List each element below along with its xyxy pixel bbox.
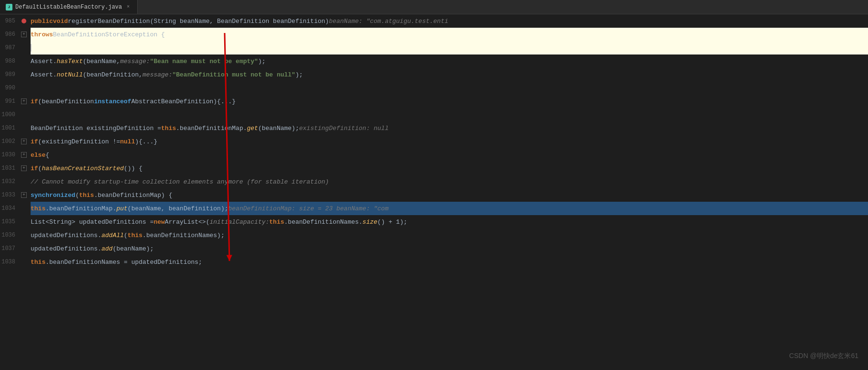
- line-number: 1036: [0, 232, 19, 239]
- token-normal: AbstractBeanDefinition): [131, 98, 217, 105]
- token-string: "BeanDefinition must not be null": [172, 71, 295, 78]
- token-kw: this: [31, 259, 45, 266]
- line-number: 991: [0, 98, 19, 105]
- token-normal: (beanName);: [258, 125, 299, 132]
- token-method: size: [362, 218, 377, 226]
- token-normal: updatedDefinitions.: [31, 245, 101, 252]
- token-method: addAll: [101, 232, 124, 239]
- code-line: public void registerBeanDefinition(Strin…: [31, 14, 868, 28]
- line-number: 1030: [0, 152, 19, 158]
- token-kw: this: [161, 125, 176, 132]
- token-method: get: [247, 125, 258, 132]
- code-line: throws BeanDefinitionStoreException {: [31, 28, 868, 41]
- gutter-row: 1031+: [0, 162, 29, 175]
- line-number: 987: [0, 44, 19, 51]
- gutter-icons: +: [19, 32, 29, 37]
- token-kw-blue: instanceof: [94, 98, 131, 105]
- gutter-row: 1034: [0, 202, 29, 215]
- fold-icon[interactable]: +: [21, 98, 27, 104]
- token-normal: (beanName,: [83, 58, 120, 65]
- fold-icon[interactable]: +: [21, 32, 27, 37]
- token-kw: this: [128, 232, 142, 239]
- tab-filename: DefaultListableBeanFactory.java: [15, 4, 122, 11]
- gutter-icons: +: [19, 152, 29, 158]
- gutter-row: 1000: [0, 108, 29, 121]
- token-param-hint: message:: [142, 71, 172, 78]
- code-line: BeanDefinition existingDefinition = this…: [31, 121, 868, 135]
- fold-icon[interactable]: +: [21, 192, 27, 198]
- fold-icon[interactable]: +: [21, 152, 27, 158]
- token-hint: beanName: "com.atguigu.test.enti: [329, 18, 448, 25]
- token-kw: if: [31, 165, 38, 172]
- code-line: Assert.notNull(beanDefinition, message: …: [31, 68, 868, 81]
- line-number: 1002: [0, 138, 19, 145]
- fold-icon[interactable]: +: [21, 165, 27, 171]
- token-kw: public: [31, 18, 53, 25]
- code-line: this.beanDefinitionNames = updatedDefini…: [31, 255, 868, 269]
- line-number: 1035: [0, 218, 19, 225]
- token-normal: ()) {: [124, 165, 142, 172]
- token-kw: this: [269, 218, 284, 226]
- line-number: 988: [0, 58, 19, 65]
- fold-icon[interactable]: +: [21, 139, 27, 144]
- token-kw: this: [31, 205, 45, 212]
- token-kw: this: [79, 192, 94, 199]
- cursor: [31, 44, 32, 52]
- line-number: 985: [0, 18, 19, 24]
- code-line: if (existingDefinition != null) {...}: [31, 135, 868, 148]
- token-kw: null: [120, 138, 135, 145]
- code-line: else {: [31, 148, 868, 162]
- gutter-row: 988: [0, 54, 29, 68]
- token-kw: throws: [31, 31, 53, 38]
- token-normal: () + 1);: [378, 218, 407, 226]
- watermark: CSDN @明快de玄米61: [789, 352, 858, 360]
- line-number: 1037: [0, 245, 19, 252]
- code-line: [31, 108, 868, 121]
- file-tab[interactable]: J DefaultListableBeanFactory.java ×: [0, 0, 138, 14]
- token-kw: if: [31, 138, 38, 145]
- code-line: updatedDefinitions.add(beanName);: [31, 242, 868, 255]
- gutter-row: 986+: [0, 28, 29, 41]
- code-lines[interactable]: public void registerBeanDefinition(Strin…: [29, 14, 868, 370]
- gutter-row: 987: [0, 41, 29, 54]
- token-normal: (beanDefinition: [38, 98, 94, 105]
- token-normal: (: [76, 192, 79, 199]
- code-line: List<String> updatedDefinitions = new Ar…: [31, 215, 868, 229]
- code-line: this.beanDefinitionMap.put(beanName, bea…: [31, 202, 868, 215]
- file-icon: J: [6, 4, 12, 11]
- gutter-row: 1037: [0, 242, 29, 255]
- tab-bar: J DefaultListableBeanFactory.java ×: [0, 0, 868, 14]
- token-normal: BeanDefinitionStoreException {: [53, 31, 165, 38]
- token-method: hasBeanCreationStarted: [42, 165, 124, 172]
- token-kw: if: [31, 98, 38, 105]
- line-number: 1033: [0, 192, 19, 198]
- gutter-icons: +: [19, 139, 29, 144]
- token-normal: {...}: [217, 98, 236, 105]
- token-normal: .beanDefinitionMap) {: [94, 192, 173, 199]
- token-hint: existingDefinition: null: [299, 125, 389, 132]
- token-param-hint: message:: [120, 58, 150, 65]
- token-normal: updatedDefinitions.: [31, 232, 101, 239]
- code-line: updatedDefinitions.addAll(this.beanDefin…: [31, 229, 868, 242]
- line-number: 1038: [0, 259, 19, 265]
- token-normal: .beanDefinitionMap.: [45, 205, 116, 212]
- code-line: Assert.hasText(beanName, message: "Bean …: [31, 54, 868, 68]
- gutter-icons: +: [19, 165, 29, 171]
- gutter-row: 1032: [0, 175, 29, 188]
- code-line: if (hasBeanCreationStarted()) {: [31, 162, 868, 175]
- breakpoint-icon[interactable]: [22, 19, 26, 23]
- code-line: if (beanDefinition instanceof AbstractBe…: [31, 95, 868, 108]
- token-normal: registerBeanDefinition(String beanName, …: [68, 18, 329, 25]
- token-normal: Assert.: [31, 71, 57, 78]
- gutter-row: 1001: [0, 121, 29, 135]
- token-normal: );: [295, 71, 303, 78]
- token-method: notNull: [57, 71, 83, 78]
- token-normal: ): [135, 138, 139, 145]
- token-kw-blue: synchronized: [31, 192, 76, 199]
- gutter-row: 991+: [0, 95, 29, 108]
- token-hint: beanDefinitionMap: size = 23 beanName: "…: [228, 205, 389, 212]
- token-normal: (beanDefinition,: [83, 71, 142, 78]
- token-normal: (beanName, beanDefinition);: [128, 205, 228, 212]
- tab-close-button[interactable]: ×: [125, 4, 131, 11]
- gutter-row: 1036: [0, 229, 29, 242]
